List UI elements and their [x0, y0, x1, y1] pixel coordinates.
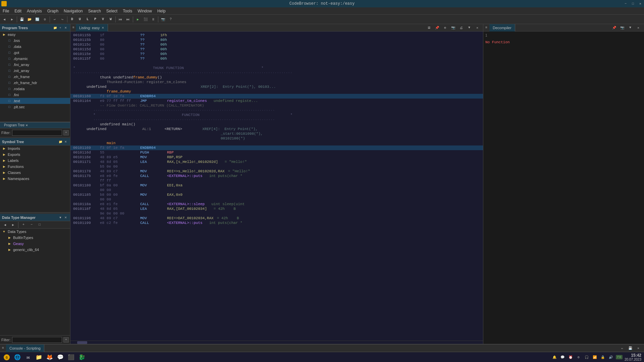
tree-item-rodata[interactable]: □ .rodata	[0, 86, 70, 92]
tree-item-fini-array[interactable]: □ .fini_array	[0, 62, 70, 68]
tb-w[interactable]: W	[107, 16, 114, 23]
dtm-tb-delete[interactable]: −	[28, 221, 35, 229]
tb-btn-3[interactable]: 🔄	[34, 16, 41, 23]
tree-item-dynamic[interactable]: □ .dynamic	[0, 56, 70, 62]
main-label[interactable]: main	[70, 141, 483, 145]
filter-btn-1[interactable]: +	[63, 130, 69, 135]
program-trees-filter-input[interactable]	[12, 130, 62, 136]
code-0010116d[interactable]: 0010116d 55 PUSH RBP	[70, 150, 483, 155]
tb-p[interactable]: P	[92, 16, 99, 23]
code-00101196[interactable]: 00101196 48 89 c7 MOV RDI=>DAT_00102034,…	[70, 216, 483, 221]
tb-screenshot[interactable]: 📷	[159, 16, 167, 23]
st-icon-1[interactable]: 📁	[58, 139, 63, 144]
dtm-icon-close[interactable]: ✕	[63, 215, 68, 220]
code-00101178[interactable]: 00101178 48 89 c7 MOV RDI=>s_Hello!_0010…	[70, 169, 483, 174]
tree-item-fini[interactable]: □ .fini	[0, 92, 70, 98]
tb-nav-next[interactable]: ⏭	[124, 16, 132, 23]
listing-tb-print[interactable]: 🖨	[458, 24, 465, 32]
code-00101169[interactable]: 00101169 f3 0f 1e fa ENDBR64	[70, 145, 483, 150]
taskbar-mail-icon[interactable]: ✉	[24, 353, 32, 361]
code-0010118a[interactable]: 0010118a e8 e1 fe CALL <EXTERNAL>::sleep…	[70, 202, 483, 206]
code-line[interactable]: 0010115b 1f ?? 1Fh	[70, 33, 483, 38]
taskbar-discord-icon[interactable]: 💬	[56, 353, 64, 361]
code-line[interactable]: 0010115d 00 ?? 00h	[70, 47, 483, 52]
tray-bell-icon[interactable]: 🔔	[551, 354, 557, 360]
tree-root-easy[interactable]: ▶ easy	[0, 32, 70, 38]
tb-redo[interactable]: ↪	[59, 16, 66, 23]
dtm-tb-3[interactable]: +	[20, 221, 27, 229]
tree-item-data[interactable]: □ .data	[0, 44, 70, 50]
dec-tb-1[interactable]: 📌	[610, 24, 618, 32]
tb-v[interactable]: V	[99, 16, 107, 23]
code-00101199[interactable]: 00101199 e8 c2 fe CALL <EXTERNAL>::puts …	[70, 221, 483, 225]
dtm-tb-2[interactable]: ▶	[9, 221, 17, 229]
listing-tb-1[interactable]: 🖥	[425, 24, 433, 32]
filter-btn-2[interactable]: +	[63, 337, 69, 343]
pt-icon-1[interactable]: 📁	[53, 25, 57, 30]
listing-tb-cursor[interactable]: ⊕	[441, 24, 449, 32]
symbol-functions[interactable]: ▶ Functions	[0, 164, 70, 170]
symbol-labels[interactable]: ▶ Labels	[0, 158, 70, 164]
dtm-builtin[interactable]: ▶ BuiltInTypes	[0, 235, 70, 241]
taskbar-terminal-icon[interactable]: ⬛	[67, 353, 75, 361]
taskbar-app-icon[interactable]: 🐉	[78, 353, 86, 361]
menu-tools[interactable]: Tools	[120, 7, 135, 14]
menu-navigation[interactable]: Navigation	[61, 7, 86, 14]
listing-tab[interactable]: Listing: easy ✕	[76, 24, 108, 32]
tb-u[interactable]: U	[76, 16, 84, 23]
tray-clock-icon[interactable]: ⏰	[568, 354, 574, 360]
dtm-filter-input[interactable]	[12, 337, 62, 343]
symbol-namespaces[interactable]: ▶ Namespaces	[0, 176, 70, 182]
tb-undo[interactable]: ↩	[51, 16, 58, 23]
listing-tb-4[interactable]: ▼	[466, 24, 473, 32]
tb-btn-2[interactable]: 📂	[26, 16, 33, 23]
tray-settings-icon[interactable]: ⚙	[576, 354, 582, 360]
menu-file[interactable]: File	[0, 7, 12, 14]
dtm-tb-1[interactable]: ◀	[1, 221, 9, 229]
taskbar-ghidra-icon[interactable]: G	[3, 353, 11, 361]
tb-btn-4[interactable]: ⚙	[41, 16, 49, 23]
tb-help[interactable]: ?	[167, 16, 174, 23]
console-tab[interactable]: Console - Scripting	[6, 345, 44, 352]
tb-l[interactable]: L	[84, 16, 91, 23]
listing-close-icon[interactable]: ✕	[102, 26, 104, 29]
code-00101180[interactable]: 00101180 bf 0a 00 MOV EDI,0xa	[70, 183, 483, 188]
tree-item-text[interactable]: □ .text	[0, 98, 70, 104]
dtm-icon-down[interactable]: ▼	[58, 215, 63, 220]
code-line[interactable]: 0010115b 80 ?? 80h	[70, 38, 483, 42]
menu-help[interactable]: Help	[155, 7, 168, 14]
symbol-classes[interactable]: ▶ Classes	[0, 170, 70, 176]
tray-vpn-icon[interactable]: 🔒	[600, 354, 606, 360]
close-button[interactable]: ✕	[637, 0, 644, 7]
tb-nav-prev[interactable]: ⏮	[117, 16, 124, 23]
tray-network-icon[interactable]: 📶	[592, 354, 598, 360]
symbol-imports[interactable]: ▶ Imports	[0, 145, 70, 152]
tree-item-eh-frame-hdr[interactable]: □ .eh_frame_hdr	[0, 80, 70, 86]
symbol-exports[interactable]: ▶ Exports	[0, 152, 70, 158]
dec-tb-2[interactable]: 📷	[619, 24, 626, 32]
console-tb-edit[interactable]: ✏	[619, 345, 626, 352]
code-line[interactable]: 0010115e 00 ?? 00h	[70, 52, 483, 56]
tray-sound-icon[interactable]: 🔊	[608, 354, 614, 360]
restore-button[interactable]: □	[629, 0, 637, 7]
h-scrollbar[interactable]	[70, 341, 483, 344]
decompiler-tab[interactable]: Decompiler	[489, 24, 515, 32]
code-line[interactable]: 0010115f 00 ?? 00h	[70, 56, 483, 61]
back-button[interactable]: ◀	[1, 16, 8, 23]
code-00101164[interactable]: 00101164 e9 77 ff ff ff JMP register_tm_…	[70, 99, 483, 103]
menu-edit[interactable]: Edit	[12, 7, 24, 14]
tree-item-plt-sec[interactable]: □ .plt.sec	[0, 104, 70, 110]
code-0010118f[interactable]: 0010118f 48 8d 05 LEA RAX,[DAT_00102034]…	[70, 206, 483, 211]
code-listing-area[interactable]: 0010115b 1f ?? 1Fh 0010115b 80 ?? 80h 00…	[70, 32, 483, 341]
code-00101171[interactable]: 00101171 48 8d 05 LEA RAX,[s_Hello!_0010…	[70, 160, 483, 164]
code-line[interactable]: 0010115c 00 ?? 00h	[70, 42, 483, 47]
tb-stop[interactable]: ⬛	[142, 16, 149, 23]
listing-tb-close[interactable]: ✕	[474, 24, 481, 32]
taskbar-firefox-icon[interactable]: 🦊	[46, 353, 54, 361]
tb-d[interactable]: D	[68, 16, 76, 23]
tree-item-eh-frame[interactable]: □ .eh_frame	[0, 74, 70, 80]
dec-tb-close[interactable]: ✕	[635, 24, 642, 32]
console-tb-close[interactable]: ✕	[635, 345, 642, 352]
pt-icon-2[interactable]: +	[58, 25, 63, 30]
menu-analysis[interactable]: Analysis	[24, 7, 45, 14]
